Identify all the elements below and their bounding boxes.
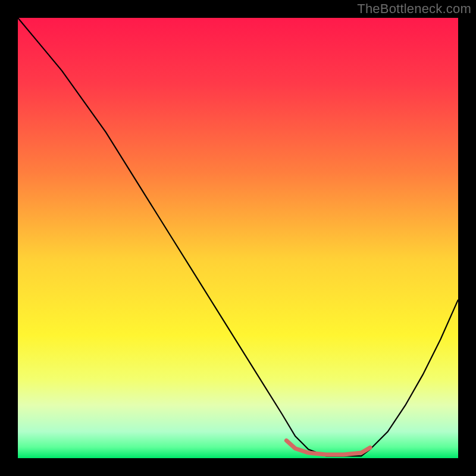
plot-background xyxy=(18,18,458,458)
watermark-text: TheBottleneck.com xyxy=(357,1,471,17)
chart-container: TheBottleneck.com xyxy=(0,0,476,476)
bottleneck-chart xyxy=(0,0,476,476)
